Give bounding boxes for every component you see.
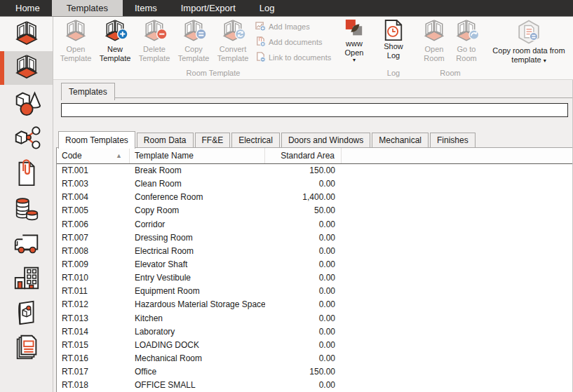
add-documents-button[interactable]: Add documents <box>255 36 335 47</box>
table-row[interactable]: RT.004Conference Room1,400.00 <box>57 191 572 204</box>
button-label: Open Room <box>418 45 450 63</box>
cell-name: Elevator Shaft <box>130 258 265 271</box>
cell-code: RT.016 <box>57 352 130 365</box>
sidebar-item-catalog[interactable] <box>0 295 53 330</box>
table-row[interactable]: RT.012Hazardous Material Storage Space0.… <box>57 298 572 311</box>
room-templates-table: Code ▲ Template Name Standard Area RT.00… <box>56 147 572 392</box>
ribbon-group-room: Open Room Go to Room R <box>417 17 484 79</box>
menu-tab-home[interactable]: Home <box>4 0 52 16</box>
cell-code: RT.011 <box>57 285 130 298</box>
link-document-icon <box>255 52 266 62</box>
column-header-code[interactable]: Code ▲ <box>57 148 130 163</box>
ribbon: Open Template New Template <box>53 17 573 80</box>
filter-input[interactable] <box>61 103 568 117</box>
table-row[interactable]: RT.014Laboratory0.00 <box>57 325 572 339</box>
table-row[interactable]: RT.006Corridor0.00 <box>57 218 572 231</box>
room-copy-icon <box>181 19 206 44</box>
button-label: Show Log <box>377 42 410 60</box>
menu-tab-items[interactable]: Items <box>123 0 169 16</box>
add-document-icon <box>255 36 266 47</box>
menubar: Home Templates Items Import/Export Log <box>0 0 573 17</box>
cell-name: Conference Room <box>130 191 265 204</box>
cell-name: OFFICE SMALL <box>130 379 265 392</box>
table-row[interactable]: RT.008Electrical Room0.00 <box>57 245 572 258</box>
room-convert-icon <box>220 19 245 44</box>
show-log-button[interactable]: Show Log <box>377 17 410 69</box>
cell-name: Office <box>130 365 265 379</box>
documents-icon <box>12 333 41 363</box>
table-row[interactable]: RT.003Clean Room0.00 <box>57 177 572 191</box>
table-row[interactable]: RT.005Copy Room50.00 <box>57 204 572 217</box>
button-label: Open Template <box>56 45 95 63</box>
shapes-icon <box>12 88 41 117</box>
new-template-button[interactable]: New Template <box>95 17 135 69</box>
convert-template-button[interactable]: Convert Template <box>213 17 252 69</box>
go-to-room-button[interactable]: Go to Room <box>450 17 483 69</box>
sidebar-item-logistics[interactable] <box>0 225 53 260</box>
tab-room-data[interactable]: Room Data <box>137 133 194 148</box>
sidebar-item-costs[interactable] <box>0 190 53 225</box>
log-document-clock-icon <box>383 19 404 41</box>
table-row[interactable]: RT.011Equipment Room0.00 <box>57 285 572 298</box>
sidebar-item-attachments[interactable] <box>0 155 53 190</box>
sidebar-item-shapes[interactable] <box>0 85 53 120</box>
table-row[interactable]: RT.018OFFICE SMALL0.00 <box>57 379 572 392</box>
cell-code: RT.006 <box>57 218 130 231</box>
cell-area: 0.00 <box>265 218 342 231</box>
link-to-documents-button[interactable]: Link to documents <box>255 52 335 62</box>
sidebar <box>0 17 53 392</box>
tab-doors-and-windows[interactable]: Doors and Windows <box>281 133 370 148</box>
table-row[interactable]: RT.017Office150.00 <box>57 365 572 379</box>
open-room-button[interactable]: Open Room <box>418 17 450 69</box>
room-plus-icon <box>102 19 128 44</box>
table-body: RT.001Break Room150.00RT.003Clean Room0.… <box>57 164 572 392</box>
cell-name: Laboratory <box>130 325 265 339</box>
cell-name: Mechanical Room <box>130 352 265 365</box>
www-icon <box>344 19 364 39</box>
cell-area: 0.00 <box>265 339 342 352</box>
tab-mechanical[interactable]: Mechanical <box>372 133 429 148</box>
cell-area: 1,400.00 <box>265 191 342 204</box>
tab-finishes[interactable]: Finishes <box>430 133 476 148</box>
cell-area: 0.00 <box>265 352 342 365</box>
document-tab-templates[interactable]: Templates <box>61 83 115 100</box>
cell-name: Corridor <box>130 218 265 231</box>
copy-template-button[interactable]: Copy Template <box>174 17 213 69</box>
sidebar-item-reports[interactable] <box>0 330 53 365</box>
table-row[interactable]: RT.013Kitchen0.00 <box>57 312 572 325</box>
cell-code: RT.001 <box>57 164 130 177</box>
cell-area: 0.00 <box>265 325 342 339</box>
tab-room-templates[interactable]: Room Templates <box>58 131 135 149</box>
open-template-button[interactable]: Open Template <box>56 17 95 69</box>
room-goto-icon <box>454 19 479 44</box>
column-header-standard-area[interactable]: Standard Area <box>265 148 342 163</box>
menu-tab-templates[interactable]: Templates <box>52 0 123 16</box>
cell-code: RT.018 <box>57 379 130 392</box>
sidebar-item-buildings[interactable] <box>0 260 53 295</box>
cell-code: RT.012 <box>57 298 130 311</box>
table-row[interactable]: RT.009Elevator Shaft0.00 <box>57 258 572 271</box>
delete-template-button[interactable]: Delete Template <box>135 17 174 69</box>
add-images-button[interactable]: Add Images <box>255 21 335 32</box>
sidebar-item-room-templates-active[interactable] <box>0 51 53 85</box>
column-header-template-name[interactable]: Template Name <box>130 148 265 163</box>
ribbon-group-room-template: Open Template New Template <box>56 17 370 79</box>
cell-name: Kitchen <box>130 312 265 325</box>
cell-code: RT.015 <box>57 339 130 352</box>
tab-ffe[interactable]: FF&E <box>195 133 231 148</box>
building-icon <box>12 263 41 292</box>
www-open-button[interactable]: www Open ▾ <box>338 17 370 69</box>
room-minus-icon <box>142 19 167 44</box>
table-row[interactable]: RT.007Dressing Room0.00 <box>57 231 572 245</box>
sidebar-item-room-templates[interactable] <box>0 17 53 51</box>
tab-electrical[interactable]: Electrical <box>231 133 280 148</box>
sidebar-item-share[interactable] <box>0 120 53 155</box>
table-row[interactable]: RT.015LOADING DOCK0.00 <box>57 339 572 352</box>
table-row[interactable]: RT.010Entry Vestibule0.00 <box>57 271 572 285</box>
table-row[interactable]: RT.016Mechanical Room0.00 <box>57 352 572 365</box>
copy-room-data-button[interactable]: Copy room data from template ▾ <box>488 17 569 69</box>
menu-tab-log[interactable]: Log <box>248 0 287 16</box>
table-row[interactable]: RT.001Break Room150.00 <box>57 164 572 177</box>
cell-code: RT.009 <box>57 258 130 271</box>
menu-tab-import-export[interactable]: Import/Export <box>169 0 248 16</box>
